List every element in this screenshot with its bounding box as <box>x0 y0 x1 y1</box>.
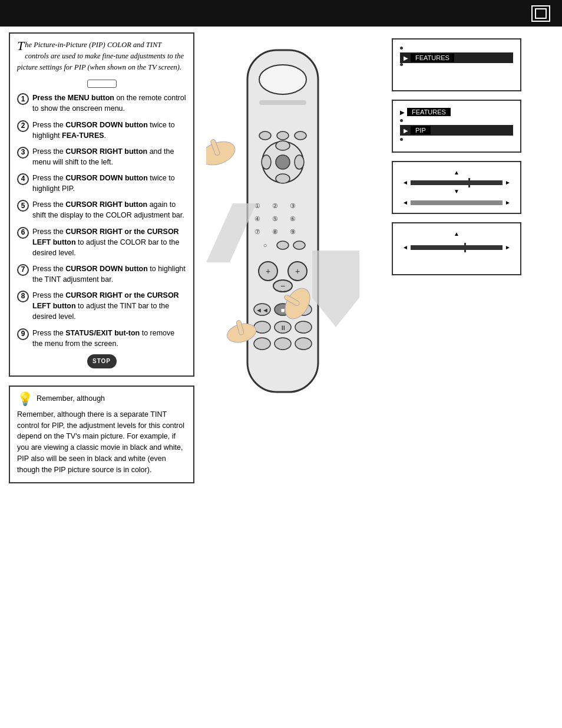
page-indicator-inner <box>535 8 547 19</box>
instruction-box: The Picture-in-Picture (PIP) COLOR and T… <box>9 32 194 377</box>
svg-text:①: ① <box>254 202 260 209</box>
tip-header: 💡 Remember, although <box>17 393 186 406</box>
step-8-text: Press the CURSOR RIGHT or the CURSOR LEF… <box>32 290 186 322</box>
color-slider-row: ◄ ► <box>402 179 511 186</box>
svg-text:⑨: ⑨ <box>290 228 296 235</box>
menu-screen-4: ▲ ◄ ► <box>392 222 521 275</box>
step-6-num: 6 <box>17 227 29 239</box>
step-5-num: 5 <box>17 200 29 212</box>
step-3-num: 3 <box>17 147 29 159</box>
svg-text:⑥: ⑥ <box>290 215 296 222</box>
step-1-text: Press the MENU button on the remote cont… <box>32 93 186 114</box>
svg-text:⏸: ⏸ <box>280 324 286 331</box>
svg-point-11 <box>295 131 306 140</box>
svg-point-38 <box>295 321 312 333</box>
svg-point-42 <box>295 338 312 350</box>
color-slider-track <box>411 180 503 185</box>
intro-body: he Picture-in-Picture (PIP) COLOR and TI… <box>17 41 184 71</box>
menu-item-1b <box>400 63 513 66</box>
left-arrow-tint-4: ◄ <box>402 244 408 251</box>
top-bar <box>0 0 562 27</box>
pip-label: PIP <box>411 126 431 134</box>
step-2-num: 2 <box>17 120 29 132</box>
svg-text:○: ○ <box>263 242 267 249</box>
menu-screens-container: ▶ FEATURES ▶ FEATURES <box>353 38 521 282</box>
tint-slider-thumb-4 <box>464 243 466 252</box>
menu-item-2a: ▶ FEATURES <box>400 108 513 116</box>
step-1-num: 1 <box>17 93 29 105</box>
step-8: 8 Press the CURSOR RIGHT or the CURSOR L… <box>17 290 186 322</box>
svg-point-36 <box>254 321 270 333</box>
step-2: 2 Press the CURSOR DOWN button twice to … <box>17 120 186 141</box>
step-7: 7 Press the CURSOR DOWN button to highli… <box>17 263 186 285</box>
step-6-text: Press the CURSOR RIGHT or the CURSOR LEF… <box>32 226 186 258</box>
dot-2a <box>400 119 403 122</box>
right-arrow-tint: ► <box>505 199 511 206</box>
step-2-text: Press the CURSOR DOWN button twice to hi… <box>32 120 186 141</box>
dot-1b <box>400 63 403 66</box>
step-4-text: Press the CURSOR DOWN button twice to hi… <box>32 173 186 194</box>
svg-point-6 <box>276 174 290 183</box>
svg-point-1 <box>259 65 306 94</box>
color-down-label: ▼ <box>400 188 513 195</box>
arrow-2b: ▶ <box>404 127 408 134</box>
remote-control-illustration: ① ② ③ ④ ⑤ ⑥ ⑦ ⑧ ⑨ ○ + + <box>206 44 377 427</box>
svg-text:⑤: ⑤ <box>272 215 278 222</box>
tint-up-label: ▲ <box>400 230 513 237</box>
svg-point-7 <box>262 155 271 169</box>
svg-point-5 <box>276 141 290 150</box>
stop-button: STOP <box>87 354 117 368</box>
step-7-text: Press the CURSOR DOWN button to highligh… <box>32 263 186 285</box>
arrow-2: ▶ <box>400 109 405 116</box>
svg-text:◄◄: ◄◄ <box>256 307 269 314</box>
menu-screen-2-inner: ▶ FEATURES ▶ PIP <box>398 106 515 147</box>
menu-item-2b <box>400 119 513 122</box>
svg-point-9 <box>259 131 271 140</box>
svg-marker-50 <box>312 251 359 327</box>
step-7-num: 7 <box>17 264 29 276</box>
right-arrow-color: ► <box>505 179 511 186</box>
intro-text: The Picture-in-Picture (PIP) COLOR and T… <box>17 39 186 73</box>
svg-point-8 <box>295 155 304 169</box>
right-panel: ① ② ③ ④ ⑤ ⑥ ⑦ ⑧ ⑨ ○ + + <box>200 32 556 722</box>
lightbulb-icon: 💡 <box>17 393 33 406</box>
step-1: 1 Press the MENU button on the remote co… <box>17 93 186 114</box>
svg-rect-2 <box>259 100 306 105</box>
svg-point-40 <box>254 338 270 350</box>
menu-screen-3-inner: ▲ ◄ ► ▼ ◄ ► <box>398 167 515 208</box>
svg-text:⑧: ⑧ <box>272 228 278 235</box>
svg-text:+: + <box>295 266 300 276</box>
tint-slider-track <box>411 200 503 205</box>
svg-point-10 <box>277 131 289 140</box>
remote-svg: ① ② ③ ④ ⑤ ⑥ ⑦ ⑧ ⑨ ○ + + <box>206 44 359 421</box>
color-label: ▲ <box>400 169 513 176</box>
dot-1a <box>400 47 403 50</box>
menu-screen-4-inner: ▲ ◄ ► <box>398 228 515 269</box>
menu-item-1a <box>400 47 513 50</box>
drop-cap: T <box>17 39 24 52</box>
step-6: 6 Press the CURSOR RIGHT or the CURSOR L… <box>17 226 186 258</box>
dot-2b <box>400 138 403 141</box>
tint-slider-track-4 <box>411 245 503 250</box>
svg-point-41 <box>275 338 291 350</box>
svg-text:②: ② <box>272 202 278 209</box>
tint-slider-row: ◄ ► <box>402 199 511 206</box>
menu-screen-1-inner: ▶ FEATURES <box>398 44 515 85</box>
page-indicator <box>531 5 550 22</box>
step-5-text: Press the CURSOR RIGHT button again to s… <box>32 199 186 220</box>
tip-intro: Remember, although <box>37 393 105 404</box>
svg-text:③: ③ <box>290 202 296 209</box>
svg-point-22 <box>277 241 289 249</box>
menu-selected-2: ▶ PIP <box>400 125 513 136</box>
step-8-num: 8 <box>17 291 29 302</box>
tint-spacer <box>400 251 513 262</box>
svg-text:+: + <box>266 266 270 276</box>
svg-text:−: − <box>280 281 285 291</box>
arrow-1: ▶ <box>404 55 408 61</box>
step-4: 4 Press the CURSOR DOWN button twice to … <box>17 173 186 194</box>
svg-point-4 <box>276 155 290 169</box>
left-panel: The Picture-in-Picture (PIP) COLOR and T… <box>9 32 194 722</box>
menu-selected-1: ▶ FEATURES <box>400 52 513 63</box>
tip-box: 💡 Remember, although Remember, although … <box>9 386 194 484</box>
step-4-num: 4 <box>17 173 29 185</box>
